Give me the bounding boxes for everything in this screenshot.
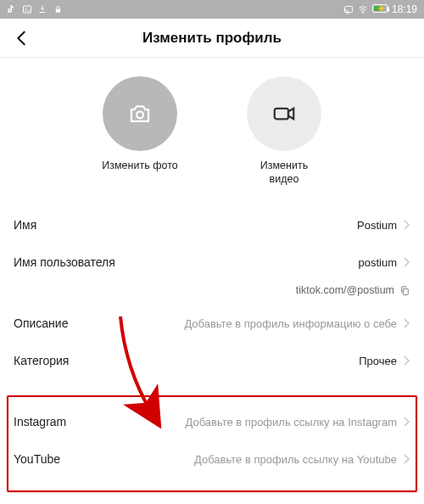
status-left-icons — [7, 4, 63, 14]
change-video[interactable]: Изменить видео — [237, 76, 331, 186]
row-label: Имя — [14, 218, 36, 232]
row-value: Добавьте в профиль информацию о себе — [184, 317, 410, 330]
row-category[interactable]: Категория Прочее — [0, 342, 424, 379]
lock-icon — [53, 4, 63, 14]
svg-rect-6 — [275, 109, 288, 120]
photo-avatar[interactable] — [103, 76, 177, 151]
settings-list: Имя Postium Имя пользователя postium tik… — [0, 206, 424, 478]
tiktok-icon — [7, 4, 17, 14]
row-value: Прочее — [359, 355, 410, 367]
chevron-right-icon — [404, 220, 410, 230]
video-circle[interactable] — [247, 76, 321, 151]
chevron-right-icon — [404, 318, 410, 328]
media-row: Изменить фото Изменить видео — [0, 58, 424, 193]
row-label: Описание — [14, 316, 68, 330]
section-gap — [0, 379, 424, 403]
cast-icon — [343, 4, 354, 14]
row-name[interactable]: Имя Postium — [0, 206, 424, 244]
row-label: Instagram — [14, 415, 66, 428]
row-label: Имя пользователя — [14, 255, 115, 269]
change-photo[interactable]: Изменить фото — [93, 76, 187, 186]
image-icon — [22, 4, 32, 14]
row-youtube[interactable]: YouTube Добавьте в профиль ссылку на You… — [0, 440, 424, 478]
page-title: Изменить профиль — [0, 30, 424, 47]
row-instagram[interactable]: Instagram Добавьте в профиль ссылку на I… — [0, 403, 424, 440]
row-label: YouTube — [14, 452, 60, 466]
svg-point-1 — [25, 8, 27, 9]
svg-point-4 — [362, 13, 363, 14]
photo-label: Изменить фото — [102, 160, 177, 173]
svg-point-5 — [137, 111, 143, 118]
camera-icon — [127, 101, 153, 126]
download-icon — [37, 4, 47, 14]
svg-rect-2 — [55, 8, 60, 12]
chevron-right-icon — [404, 257, 410, 267]
status-right-icons: ⚡ 18:19 — [343, 3, 417, 15]
row-label: Категория — [14, 354, 69, 367]
row-value: Добавьте в профиль ссылку на Youtube — [194, 453, 410, 466]
row-profile-url[interactable]: tiktok.com/@postium — [0, 281, 424, 305]
chevron-right-icon — [404, 356, 410, 366]
row-value: Postium — [357, 219, 410, 232]
wifi-icon — [358, 4, 368, 14]
status-time: 18:19 — [392, 3, 417, 15]
chevron-right-icon — [404, 417, 410, 427]
row-username[interactable]: Имя пользователя postium — [0, 244, 424, 281]
profile-url-text: tiktok.com/@postium — [296, 284, 394, 296]
back-button[interactable] — [12, 29, 31, 48]
svg-rect-7 — [403, 288, 408, 294]
battery-icon: ⚡ — [372, 3, 388, 15]
status-bar: ⚡ 18:19 — [0, 0, 424, 19]
video-icon — [271, 101, 297, 126]
header: Изменить профиль — [0, 19, 424, 58]
row-value: postium — [358, 256, 410, 269]
chevron-right-icon — [404, 454, 410, 464]
row-bio[interactable]: Описание Добавьте в профиль информацию о… — [0, 305, 424, 342]
copy-icon — [399, 285, 410, 296]
video-label: Изменить видео — [260, 160, 308, 186]
row-value: Добавьте в профиль ссылку на Instagram — [185, 416, 410, 428]
